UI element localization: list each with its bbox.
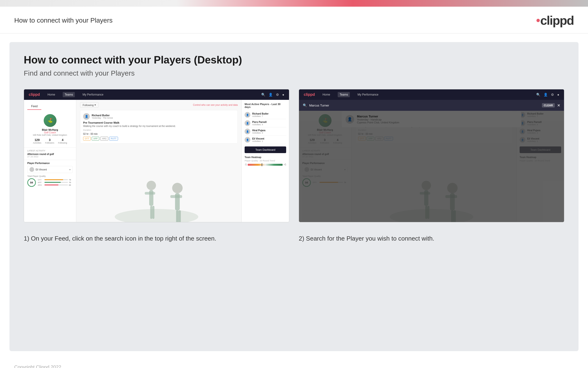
page-title: How to connect with your Players [14,17,113,24]
step-1-description: 1) On your Feed, click on the search ico… [24,234,289,243]
heatmap-minus-1: -5 [245,163,247,166]
tag-arg-1: ARG [100,137,108,140]
page-header: How to connect with your Players clippd [0,7,588,34]
main-content: How to connect with your Players (Deskto… [9,42,579,351]
screenshot-2: clippd Home Teams My Performance 🔍 👤 ⚙ ●… [299,89,564,222]
app-nav-logo-2: clippd [304,92,315,97]
app-nav-icons-1: 🔍 👤 ⚙ ● [261,93,284,97]
screenshot-mockup-1: clippd Home Teams My Performance 🔍 👤 ⚙ ● [24,89,289,222]
profile-icon-1[interactable]: 👤 [269,93,273,97]
stat-following-1: 4 Following [58,138,67,144]
search-bar-2: 🔍 Marcus Turner CLEAR ✕ [299,100,564,111]
search-overlay-2: 🔍 Marcus Turner CLEAR ✕ 👤 Marcus Turner … [299,100,564,222]
nav-teams-2[interactable]: Teams [338,92,350,97]
stat-followers-label-1: Followers [45,142,54,144]
activity-person-sub-1: Yesterday · The Grove [92,117,113,119]
activity-person-info-1: Richard Butler Yesterday · The Grove [92,114,113,119]
stat-following-value-1: 4 [62,138,63,142]
list-item: 👤 Richard Butler Activities: 7 [245,111,286,119]
nav-performance-2[interactable]: My Performance [356,92,380,97]
list-item: 👤 Eli Vincent Activities: 1 [245,136,286,144]
logo-dot [536,19,540,22]
app-nav-icons-2: 🔍 👤 ⚙ ● [536,93,559,97]
feed-tab-1[interactable]: Feed [27,103,41,110]
stat-activities-value-1: 129 [35,138,40,142]
search-icon-overlay: 🔍 [303,103,307,107]
profile-stats-1: 129 Activities 3 Followers 4 Following [33,138,67,144]
nav-teams-1[interactable]: Teams [63,92,75,97]
activity-avatar-1: 👤 [83,113,90,120]
activity-card-1: 👤 Richard Butler Yesterday · The Grove P… [80,110,238,144]
stat-activities-1: 129 Activities [33,138,41,144]
heatmap-indicator-1 [262,163,262,166]
activity-tags-1: OTT APP ARG PUTT [83,137,235,140]
activity-duration-1: 02 hr : 00 min [83,133,235,135]
svg-point-1 [147,181,156,190]
nav-home-2[interactable]: Home [321,92,332,97]
avatar-icon-2[interactable]: ● [557,93,559,97]
profile-icon-2[interactable]: 👤 [544,93,548,97]
latest-activity-1: Latest Activity Afternoon round of golf … [24,148,76,160]
tag-putt-1: PUTT [109,137,118,140]
main-subheading: Find and connect with your Players [24,69,564,77]
player-avatar-ev-1: 👤 [245,137,250,143]
activity-title-1: Pre Tournament Course Walk [83,121,235,124]
step-descriptions: 1) On your Feed, click on the search ico… [24,234,564,243]
list-item: 👤 Hiral Pujara Activities: 3 [245,128,286,136]
app-nav-logo-1: clippd [29,92,40,97]
svg-point-6 [172,183,183,193]
chevron-icon-1: ▾ [95,103,96,107]
search-icon-2[interactable]: 🔍 [536,93,540,97]
search-input-display[interactable]: Marcus Turner [309,104,540,107]
screenshot-mockup-2: clippd Home Teams My Performance 🔍 👤 ⚙ ●… [299,89,564,222]
profile-avatar-1: ⛳ [44,114,57,127]
main-heading: How to connect with your Players (Deskto… [24,54,564,66]
latest-activity-label-1: Latest Activity [27,149,73,152]
heatmap-bar-visual-1 [248,164,283,166]
team-heatmap-title-1: Team Heatmap [245,156,286,158]
activity-card-header-1: 👤 Richard Butler Yesterday · The Grove [83,113,235,120]
search-clear-button[interactable]: CLEAR [542,103,555,107]
screenshot-1: clippd Home Teams My Performance 🔍 👤 ⚙ ● [24,89,289,222]
tag-app-1: APP [92,137,99,140]
following-label-1: Following [83,104,94,107]
player-avatar-hp-1: 👤 [245,129,250,134]
close-icon[interactable]: ✕ [557,103,560,108]
step-2-description: 2) Search for the Player you wish to con… [299,234,564,243]
pp-title-1: Player Performance [27,162,73,165]
svg-rect-5 [152,206,154,219]
heatmap-sub-1: Player Quality · 20 Round Trend [245,159,286,162]
top-gradient-bar [0,0,588,7]
following-bar-1: Following ▾ Control who can see your act… [80,102,238,108]
heatmap-bar-1: -5 +5 [245,163,286,166]
app-nav-1: clippd Home Teams My Performance 🔍 👤 ⚙ ● [24,89,289,100]
following-button-1[interactable]: Following ▾ [80,102,98,108]
activity-person-name-1: Richard Butler [92,114,113,117]
profile-club-1: Mill Ride Golf Club, United Kingdom [33,134,67,136]
search-icon-1[interactable]: 🔍 [261,93,265,97]
avatar-icon-1[interactable]: ● [282,93,284,97]
svg-rect-10 [178,210,181,222]
profile-role-1: Golf Coach [44,131,56,134]
team-dashboard-button-1[interactable]: Team Dashboard [245,147,286,153]
stat-followers-value-1: 3 [49,138,51,142]
logo-text: clippd [540,13,574,28]
search-dim-overlay [299,111,564,222]
nav-performance-1[interactable]: My Performance [80,92,105,97]
latest-activity-date-1: 27 Jul 2022 [27,156,73,158]
svg-rect-9 [176,210,179,222]
svg-rect-8 [170,195,182,198]
svg-rect-4 [150,206,152,219]
tag-ott-1: OTT [83,137,91,140]
heatmap-plus-1: +5 [284,163,286,166]
player-avatar-pp-1: 👤 [245,120,250,126]
settings-icon-1[interactable]: ⚙ [276,93,279,97]
control-link-1[interactable]: Control who can see your activity and da… [193,104,238,106]
settings-icon-2[interactable]: ⚙ [551,93,554,97]
list-item: 👤 Piers Parnell Activities: 4 [245,119,286,128]
latest-activity-name-1: Afternoon round of golf [27,153,73,156]
profile-name-1: Blair McHarg [42,128,58,131]
profile-card-1: ⛳ Blair McHarg Golf Coach Mill Ride Golf… [24,112,76,148]
nav-home-1[interactable]: Home [46,92,57,97]
stat-activities-label-1: Activities [33,142,41,144]
